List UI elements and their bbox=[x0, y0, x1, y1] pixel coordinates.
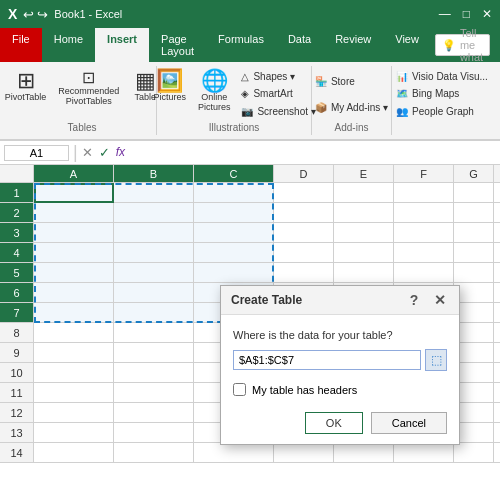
tell-me-text: Tell me what bbox=[460, 27, 483, 63]
dialog-body: Where is the data for your table? ⬚ My t… bbox=[221, 315, 459, 444]
dialog-titlebar: Create Table ? ✕ bbox=[221, 286, 459, 315]
range-selector-icon: ⬚ bbox=[431, 353, 442, 367]
title-text: Book1 - Excel bbox=[54, 8, 122, 20]
smartart-button[interactable]: ◈ SmartArt bbox=[238, 87, 318, 100]
pictures-icon: 🖼️ bbox=[156, 70, 183, 92]
dialog-range-input[interactable] bbox=[233, 350, 421, 370]
bing-maps-label: Bing Maps bbox=[412, 88, 459, 99]
undo-button[interactable]: ↩ bbox=[23, 7, 34, 22]
tab-file[interactable]: File bbox=[0, 28, 42, 62]
cell-reference-box[interactable] bbox=[4, 145, 69, 161]
ribbon-content: ⊞ PivotTable ⊡ RecommendedPivotTables ▦ … bbox=[0, 62, 500, 140]
visio-button[interactable]: 📊 Visio Data Visu... bbox=[393, 70, 491, 83]
tables-group: ⊞ PivotTable ⊡ RecommendedPivotTables ▦ … bbox=[8, 66, 157, 135]
screenshot-button[interactable]: 📷 Screenshot ▾ bbox=[238, 105, 318, 118]
cancel-formula-icon[interactable]: ✕ bbox=[82, 145, 93, 160]
visio-label: Visio Data Visu... bbox=[412, 71, 488, 82]
pivot-table-icon: ⊞ bbox=[17, 70, 35, 92]
recommended-pivottables-button[interactable]: ⊡ RecommendedPivotTables bbox=[54, 68, 123, 108]
tab-insert[interactable]: Insert bbox=[95, 28, 149, 62]
shapes-label: Shapes ▾ bbox=[253, 71, 295, 82]
dialog-overlay: Create Table ? ✕ Where is the data for y… bbox=[0, 165, 500, 500]
screenshot-icon: 📷 bbox=[241, 106, 253, 117]
formula-input[interactable] bbox=[129, 147, 496, 159]
tab-home[interactable]: Home bbox=[42, 28, 95, 62]
people-graph-button[interactable]: 👥 People Graph bbox=[393, 105, 491, 118]
addins-group: 🏪 Store 📦 My Add-ins ▾ Add-ins bbox=[312, 66, 392, 135]
visio-icon: 📊 bbox=[396, 71, 408, 82]
smartart-label: SmartArt bbox=[253, 88, 292, 99]
tab-view[interactable]: View bbox=[383, 28, 431, 62]
redo-button[interactable]: ↪ bbox=[37, 7, 48, 22]
headers-checkbox-label: My table has headers bbox=[252, 384, 357, 396]
minimize-button[interactable]: — bbox=[439, 7, 451, 21]
bing-maps-icon: 🗺️ bbox=[396, 88, 408, 99]
visio-group: 📊 Visio Data Visu... 🗺️ Bing Maps 👥 Peop… bbox=[392, 66, 492, 135]
online-pictures-label: OnlinePictures bbox=[198, 92, 231, 112]
tables-group-label: Tables bbox=[68, 122, 97, 133]
visio-group-items: 📊 Visio Data Visu... 🗺️ Bing Maps 👥 Peop… bbox=[393, 68, 491, 131]
dialog-range-label: Where is the data for your table? bbox=[233, 329, 447, 341]
tab-page-layout[interactable]: Page Layout bbox=[149, 28, 206, 62]
online-pictures-icon: 🌐 bbox=[201, 70, 228, 92]
formula-bar-divider: | bbox=[73, 142, 78, 163]
dialog-close-icon[interactable]: ✕ bbox=[431, 292, 449, 308]
my-addins-label: My Add-ins ▾ bbox=[331, 102, 388, 113]
main-spreadsheet-area: A B C D E F G H 1234567891011121314 Crea… bbox=[0, 165, 500, 500]
dialog-title: Create Table bbox=[231, 293, 302, 307]
shapes-button[interactable]: △ Shapes ▾ bbox=[238, 70, 318, 83]
my-addins-button[interactable]: 📦 My Add-ins ▾ bbox=[312, 101, 391, 114]
dialog-title-icons: ? ✕ bbox=[405, 292, 449, 308]
my-addins-icon: 📦 bbox=[315, 102, 327, 113]
close-button[interactable]: ✕ bbox=[482, 7, 492, 21]
ribbon-tab-bar: File Home Insert Page Layout Formulas Da… bbox=[0, 28, 500, 62]
pivot-table-button[interactable]: ⊞ PivotTable bbox=[1, 68, 51, 104]
screenshot-label: Screenshot ▾ bbox=[257, 106, 315, 117]
headers-checkbox[interactable] bbox=[233, 383, 246, 396]
window-controls: — □ ✕ bbox=[439, 7, 492, 21]
dialog-ok-button[interactable]: OK bbox=[305, 412, 363, 434]
smartart-icon: ◈ bbox=[241, 88, 249, 99]
ribbon: File Home Insert Page Layout Formulas Da… bbox=[0, 28, 500, 141]
pivot-table-label: PivotTable bbox=[5, 92, 47, 102]
illustrations-group: 🖼️ Pictures 🌐 OnlinePictures △ Shapes ▾ … bbox=[157, 66, 312, 135]
recommended-label: RecommendedPivotTables bbox=[58, 86, 119, 106]
dialog-footer: OK Cancel bbox=[233, 412, 447, 434]
store-button[interactable]: 🏪 Store bbox=[312, 75, 391, 88]
create-table-dialog: Create Table ? ✕ Where is the data for y… bbox=[220, 285, 460, 445]
formula-bar: | ✕ ✓ fx bbox=[0, 141, 500, 165]
visio-small-group: 📊 Visio Data Visu... 🗺️ Bing Maps 👥 Peop… bbox=[393, 68, 491, 120]
confirm-formula-icon[interactable]: ✓ bbox=[99, 145, 110, 160]
illustrations-group-items: 🖼️ Pictures 🌐 OnlinePictures △ Shapes ▾ … bbox=[149, 68, 318, 120]
maximize-button[interactable]: □ bbox=[463, 7, 470, 21]
tab-data[interactable]: Data bbox=[276, 28, 323, 62]
shapes-icon: △ bbox=[241, 71, 249, 82]
recommended-icon: ⊡ bbox=[82, 70, 95, 86]
shapes-smartart-screenshot: △ Shapes ▾ ◈ SmartArt 📷 Screenshot ▾ bbox=[238, 68, 318, 120]
lightbulb-icon: 💡 bbox=[442, 39, 456, 52]
people-graph-icon: 👥 bbox=[396, 106, 408, 117]
store-label: Store bbox=[331, 76, 355, 87]
bing-maps-button[interactable]: 🗺️ Bing Maps bbox=[393, 87, 491, 100]
dialog-checkbox-row: My table has headers bbox=[233, 383, 447, 396]
addins-group-label: Add-ins bbox=[335, 122, 369, 133]
title-bar-left: X ↩ ↪ Book1 - Excel bbox=[8, 6, 122, 22]
pictures-button[interactable]: 🖼️ Pictures bbox=[149, 68, 190, 104]
tab-formulas[interactable]: Formulas bbox=[206, 28, 276, 62]
tab-review[interactable]: Review bbox=[323, 28, 383, 62]
dialog-range-selector-button[interactable]: ⬚ bbox=[425, 349, 447, 371]
formula-bar-actions: ✕ ✓ fx bbox=[82, 145, 125, 160]
fx-icon[interactable]: fx bbox=[116, 145, 125, 160]
people-graph-label: People Graph bbox=[412, 106, 474, 117]
title-bar: X ↩ ↪ Book1 - Excel — □ ✕ bbox=[0, 0, 500, 28]
store-icon: 🏪 bbox=[315, 76, 327, 87]
addins-small-group: 🏪 Store 📦 My Add-ins ▾ bbox=[312, 68, 391, 120]
dialog-cancel-button[interactable]: Cancel bbox=[371, 412, 447, 434]
tell-me-input[interactable]: 💡 Tell me what bbox=[435, 34, 490, 56]
dialog-help-icon[interactable]: ? bbox=[405, 292, 423, 308]
illustrations-group-label: Illustrations bbox=[209, 122, 260, 133]
dialog-input-row: ⬚ bbox=[233, 349, 447, 371]
online-pictures-button[interactable]: 🌐 OnlinePictures bbox=[194, 68, 235, 114]
excel-logo: X bbox=[8, 6, 17, 22]
pictures-label: Pictures bbox=[153, 92, 186, 102]
